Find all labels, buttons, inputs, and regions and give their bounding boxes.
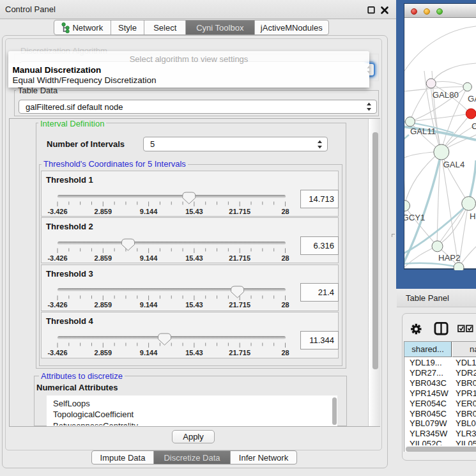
svg-text:GAL80: GAL80 — [433, 90, 459, 100]
svg-text:GAL11: GAL11 — [410, 127, 436, 136]
svg-text:CYC8: CYC8 — [472, 121, 476, 131]
svg-text:GAL4: GAL4 — [443, 160, 465, 169]
svg-text:GCY1: GCY1 — [404, 213, 425, 222]
svg-text:HAP2: HAP2 — [438, 253, 460, 263]
svg-text:GAL4: GAL4 — [468, 94, 476, 104]
svg-text:HIS4: HIS4 — [470, 211, 476, 221]
